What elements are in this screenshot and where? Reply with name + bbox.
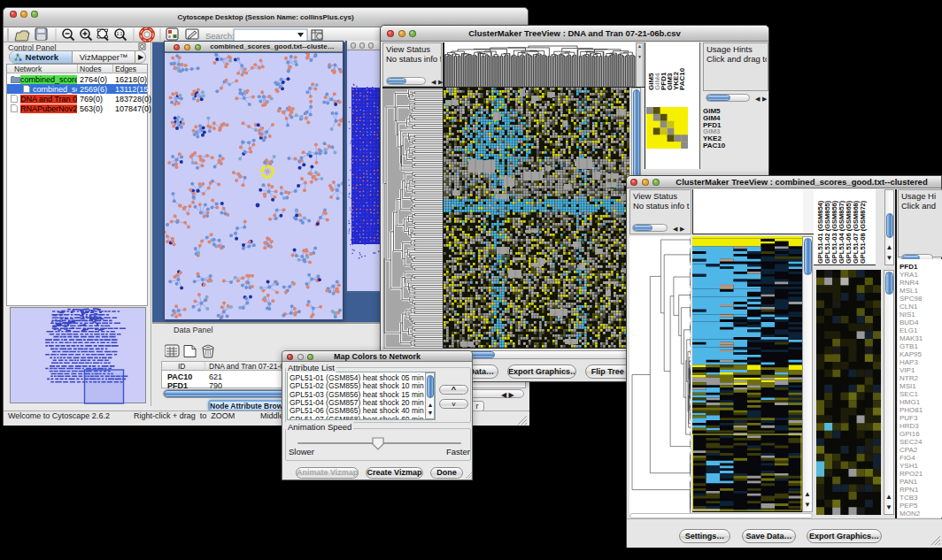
svg-text:Search:: Search: bbox=[205, 31, 235, 41]
svg-text:PAC10: PAC10 bbox=[678, 67, 686, 90]
svg-text:1:1: 1:1 bbox=[117, 31, 123, 36]
svg-text:GPL51-08 (GSM872): GPL51-08 (GSM872) bbox=[859, 200, 867, 264]
